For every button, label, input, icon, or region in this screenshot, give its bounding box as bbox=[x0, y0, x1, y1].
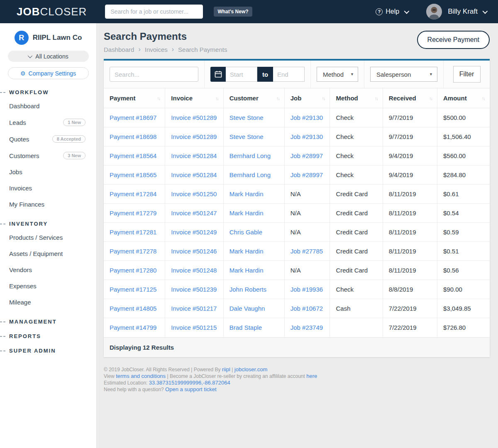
customer-link[interactable]: Mark Hardin bbox=[229, 209, 264, 217]
invoice-link[interactable]: Invoice #501289 bbox=[171, 114, 217, 121]
company-settings-button[interactable]: ⚙ Company Settings bbox=[8, 67, 89, 79]
customer-link[interactable]: John Roberts bbox=[229, 286, 266, 293]
job-link[interactable]: Job #28997 bbox=[290, 171, 323, 178]
jobcloser-link[interactable]: jobcloser.com bbox=[234, 366, 267, 373]
payment-link[interactable]: Payment #17281 bbox=[110, 229, 156, 236]
invoice-link[interactable]: Invoice #501249 bbox=[171, 229, 217, 236]
table-search-input[interactable] bbox=[110, 67, 198, 82]
chevron-right-icon bbox=[172, 46, 174, 53]
support-ticket-link[interactable]: Open a support ticket bbox=[165, 386, 217, 392]
payment-link[interactable]: Payment #14805 bbox=[110, 305, 156, 312]
invoice-link[interactable]: Invoice #501289 bbox=[171, 133, 217, 140]
filter-button[interactable]: Filter bbox=[453, 66, 481, 83]
customer-link[interactable]: Mark Hardin bbox=[229, 267, 264, 274]
invoice-link[interactable]: Invoice #501250 bbox=[171, 190, 217, 197]
date-start-input[interactable] bbox=[226, 67, 257, 82]
date-end-input[interactable] bbox=[273, 67, 305, 82]
job-link[interactable]: Job #28997 bbox=[290, 152, 323, 159]
invoice-cell: Invoice #501249 bbox=[165, 223, 223, 242]
job-link[interactable]: Job #29130 bbox=[290, 114, 323, 121]
job-link[interactable]: Job #23749 bbox=[290, 324, 323, 331]
calendar-icon[interactable] bbox=[210, 67, 226, 82]
breadcrumb-dashboard[interactable]: Dashboard bbox=[104, 46, 134, 53]
breadcrumb-invoices[interactable]: Invoices bbox=[145, 46, 168, 53]
invoice-link[interactable]: Invoice #501248 bbox=[171, 267, 217, 274]
sidebar-section-management[interactable]: MANAGEMENT bbox=[0, 319, 96, 325]
payment-link[interactable]: Payment #18564 bbox=[110, 152, 156, 159]
column-header-amount[interactable]: Amount↑↓ bbox=[437, 88, 490, 108]
salesperson-select[interactable]: Salesperson ▼ bbox=[370, 67, 437, 82]
job-link[interactable]: Job #10672 bbox=[290, 305, 323, 312]
sidebar-section-super-admin[interactable]: SUPER ADMIN bbox=[0, 348, 96, 354]
customer-link[interactable]: Bernhard Long bbox=[229, 171, 271, 178]
global-search-input[interactable] bbox=[105, 5, 203, 19]
customer-link[interactable]: Steve Stone bbox=[229, 133, 264, 140]
help-menu[interactable]: ? Help bbox=[376, 8, 408, 15]
top-navbar: JOBCLOSER What's New? ? Help Billy Kraft bbox=[0, 0, 498, 23]
location-link[interactable]: 33.387315199999996,-86.872064 bbox=[149, 380, 230, 386]
customer-link[interactable]: Chris Gable bbox=[229, 229, 262, 236]
job-link[interactable]: Job #27785 bbox=[290, 248, 323, 255]
customer-link[interactable]: Mark Hardin bbox=[229, 248, 264, 255]
invoice-link[interactable]: Invoice #501239 bbox=[171, 286, 217, 293]
sidebar-item-quotes[interactable]: Quotes8 Accepted bbox=[0, 131, 96, 147]
payment-link[interactable]: Payment #14799 bbox=[110, 324, 156, 331]
whats-new-button[interactable]: What's New? bbox=[214, 7, 252, 17]
job-cell: Job #28997 bbox=[284, 166, 330, 185]
affiliate-here-link[interactable]: here bbox=[306, 373, 317, 379]
chevron-down-icon bbox=[483, 8, 488, 14]
job-link[interactable]: Job #19936 bbox=[290, 286, 323, 293]
customer-link[interactable]: Brad Staple bbox=[229, 324, 262, 331]
column-header-invoice[interactable]: Invoice↑↓ bbox=[165, 88, 223, 108]
payment-link[interactable]: Payment #18698 bbox=[110, 133, 156, 140]
invoice-link[interactable]: Invoice #501215 bbox=[171, 324, 217, 331]
payment-link[interactable]: Payment #18565 bbox=[110, 171, 156, 178]
all-locations-dropdown[interactable]: All Locations bbox=[8, 51, 89, 62]
sidebar-item-my-finances[interactable]: My Finances bbox=[0, 196, 96, 212]
sidebar-section-workflow[interactable]: WORKFLOW bbox=[0, 89, 96, 95]
customer-link[interactable]: Steve Stone bbox=[229, 114, 264, 121]
invoice-link[interactable]: Invoice #501284 bbox=[171, 152, 217, 159]
sidebar-section-reports[interactable]: REPORTS bbox=[0, 333, 96, 339]
riipl-link[interactable]: riipl bbox=[222, 366, 230, 373]
invoice-link[interactable]: Invoice #501247 bbox=[171, 209, 217, 217]
customer-link[interactable]: Dale Vaughn bbox=[229, 305, 265, 312]
sidebar-item-customers[interactable]: Customers3 New bbox=[0, 147, 96, 164]
app-logo-bold: JOB bbox=[17, 5, 40, 18]
sidebar-item-jobs[interactable]: Jobs bbox=[0, 164, 96, 180]
column-header-customer[interactable]: Customer↑↓ bbox=[223, 88, 284, 108]
sidebar-item-invoices[interactable]: Invoices bbox=[0, 180, 96, 196]
payment-link[interactable]: Payment #17279 bbox=[110, 209, 156, 217]
invoice-link[interactable]: Invoice #501246 bbox=[171, 248, 217, 255]
invoice-link[interactable]: Invoice #501217 bbox=[171, 305, 217, 312]
payment-link[interactable]: Payment #17284 bbox=[110, 190, 156, 197]
payment-link[interactable]: Payment #17125 bbox=[110, 286, 156, 293]
sidebar-section-inventory[interactable]: INVENTORY bbox=[0, 221, 96, 227]
column-header-received[interactable]: Received↑↓ bbox=[383, 88, 437, 108]
receive-payment-button[interactable]: Receive Payment bbox=[417, 31, 490, 49]
payment-link[interactable]: Payment #17280 bbox=[110, 267, 156, 274]
sidebar-item-dashboard[interactable]: Dashboard bbox=[0, 98, 96, 114]
filter-search-group bbox=[104, 61, 205, 88]
user-menu[interactable]: Billy Kraft bbox=[448, 7, 486, 16]
column-header-method[interactable]: Method↑↓ bbox=[330, 88, 383, 108]
terms-link[interactable]: terms and conditions bbox=[116, 373, 166, 379]
payment-link[interactable]: Payment #18697 bbox=[110, 114, 156, 121]
sidebar-item-leads[interactable]: Leads1 New bbox=[0, 114, 96, 131]
sidebar-item-expenses[interactable]: Expenses bbox=[0, 278, 96, 294]
sidebar-item-vendors[interactable]: Vendors bbox=[0, 262, 96, 278]
payment-link[interactable]: Payment #17278 bbox=[110, 248, 156, 255]
avatar[interactable] bbox=[426, 4, 442, 19]
table-row: Payment #18697Invoice #501289Steve Stone… bbox=[104, 108, 490, 127]
sidebar-item-assets-equipment[interactable]: Assets / Equipment bbox=[0, 246, 96, 262]
method-select[interactable]: Method ▼ bbox=[317, 67, 358, 82]
customer-link[interactable]: Bernhard Long bbox=[229, 152, 271, 159]
invoice-link[interactable]: Invoice #501284 bbox=[171, 171, 217, 178]
customer-link[interactable]: Mark Hardin bbox=[229, 190, 264, 197]
sidebar-item-products-services[interactable]: Products / Services bbox=[0, 229, 96, 246]
column-header-job[interactable]: Job↑↓ bbox=[284, 88, 330, 108]
job-link[interactable]: Job #29130 bbox=[290, 133, 323, 140]
payment-cell: Payment #14799 bbox=[104, 318, 165, 337]
column-header-payment[interactable]: Payment↑↓ bbox=[104, 88, 165, 108]
sidebar-item-mileage[interactable]: Mileage bbox=[0, 294, 96, 310]
